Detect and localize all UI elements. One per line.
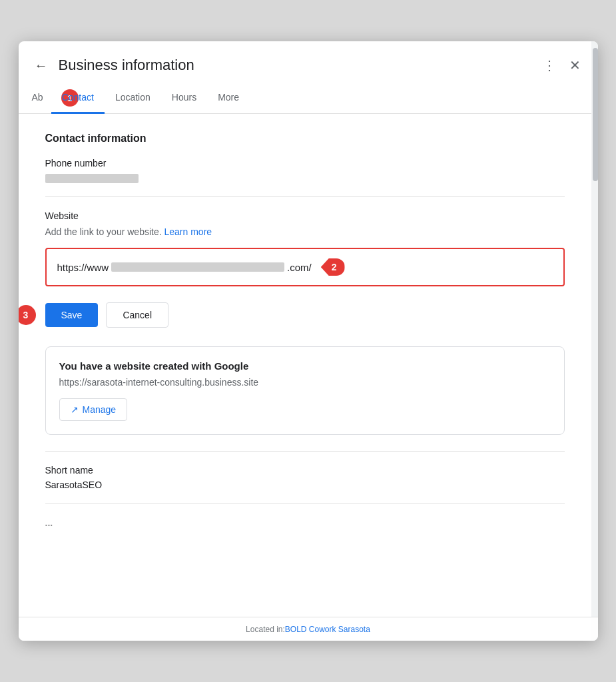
url-blurred-portion (111, 262, 284, 272)
divider-2 (45, 451, 565, 452)
section-title: Contact information (45, 133, 565, 145)
url-prefix: https://www (57, 262, 109, 273)
website-url-input[interactable]: https://www .com/ 2 (45, 248, 565, 286)
scrollbar-thumb (593, 48, 598, 181)
google-site-card: You have a website created with Google h… (45, 346, 565, 435)
tab-contact[interactable]: Contact (51, 83, 105, 114)
dialog-title: Business information (59, 57, 539, 74)
phone-value-blurred (45, 174, 139, 183)
tab-about-label: Ab (32, 92, 43, 103)
manage-button[interactable]: ↗ Manage (59, 398, 128, 421)
google-site-title: You have a website created with Google (59, 360, 551, 372)
website-description: Add the link to your website. Learn more (45, 226, 565, 237)
action-buttons: 3 Save Cancel (45, 302, 565, 328)
partial-section-label: ... (45, 517, 565, 528)
learn-more-link[interactable]: Learn more (164, 226, 212, 237)
tab-about[interactable]: Ab 1 (32, 83, 51, 114)
short-name-label: Short name (45, 465, 565, 476)
divider-3 (45, 504, 565, 504)
cancel-button[interactable]: Cancel (106, 302, 168, 328)
divider-1 (45, 196, 565, 197)
google-site-url: https://sarasota-internet-consulting.bus… (59, 377, 551, 388)
tab-more-label: More (218, 92, 239, 103)
manage-icon: ↗ (71, 404, 79, 415)
close-button[interactable]: ✕ (565, 53, 585, 77)
url-suffix: .com/ (287, 262, 312, 273)
business-info-dialog: ← Business information ⋮ ✕ Ab 1 Contact … (19, 41, 598, 641)
step-3-badge: 3 (19, 305, 36, 325)
manage-label: Manage (83, 404, 117, 415)
short-name-value: SarasotaSEO (45, 480, 565, 490)
bottom-bar-text: Located in: (246, 625, 285, 634)
website-label: Website (45, 210, 565, 221)
tab-location[interactable]: Location (105, 83, 161, 114)
save-button[interactable]: Save (45, 303, 99, 327)
step-2-badge: 2 (321, 258, 345, 276)
tab-more[interactable]: More (207, 83, 250, 114)
tab-hours-label: Hours (172, 92, 196, 103)
header-actions: ⋮ ✕ (539, 53, 585, 77)
back-button[interactable]: ← (32, 55, 51, 76)
more-options-button[interactable]: ⋮ (539, 53, 560, 77)
tab-contact-label: Contact (62, 92, 94, 103)
dialog-header: ← Business information ⋮ ✕ (19, 41, 598, 77)
tabs-container: Ab 1 Contact Location Hours More (19, 83, 598, 114)
tab-hours[interactable]: Hours (161, 83, 207, 114)
bottom-bar: Located in: BOLD Cowork Sarasota (19, 617, 598, 641)
tab-location-label: Location (115, 92, 151, 103)
scrollbar[interactable] (591, 41, 598, 641)
phone-label: Phone number (45, 158, 565, 169)
dialog-content: Contact information Phone number Website… (19, 114, 598, 547)
bottom-bar-location-link[interactable]: BOLD Cowork Sarasota (285, 625, 370, 634)
